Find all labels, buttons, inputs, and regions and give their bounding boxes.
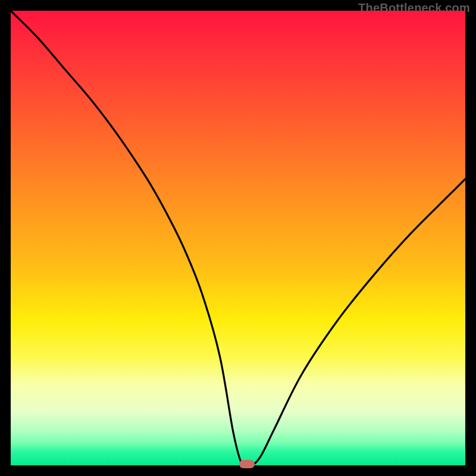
minimum-marker [239, 460, 255, 468]
chart-frame: TheBottleneck.com [0, 0, 476, 476]
bottleneck-curve [11, 11, 465, 465]
plot-area [11, 11, 465, 465]
